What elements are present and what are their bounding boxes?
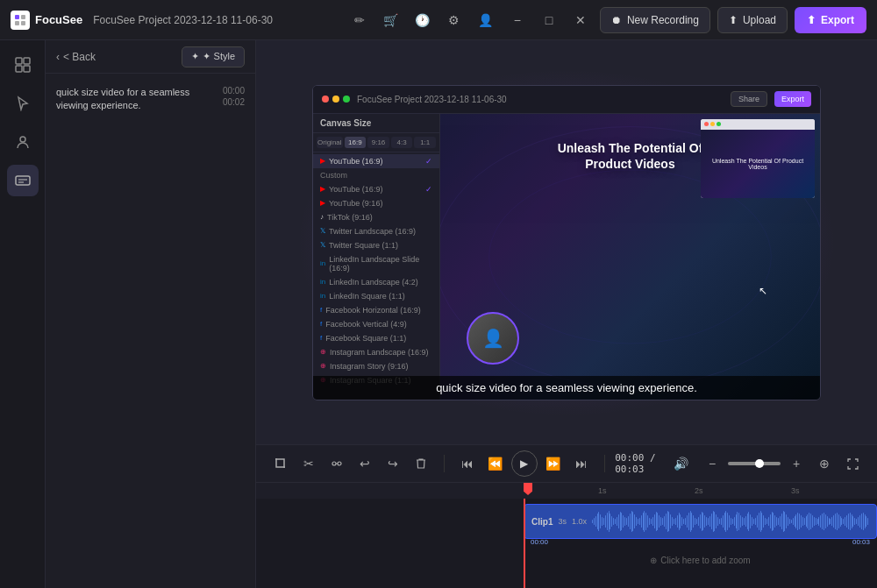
fullscreen-button[interactable] xyxy=(840,451,865,476)
restore-btn[interactable]: □ xyxy=(537,8,561,32)
svg-rect-5 xyxy=(24,58,30,64)
center-area: FocuSee Project 2023-12-18 11-06-30 Shar… xyxy=(256,40,877,588)
track-body: Clip1 3s 1.0x 00:00 00:03 ⊕ Click here t… xyxy=(524,499,877,588)
top-bar: FocuSee FocuSee Project 2023-12-18 11-06… xyxy=(0,0,877,40)
skip-back-button[interactable]: ⏮ xyxy=(455,451,480,476)
sidebar-tool-cursor[interactable] xyxy=(7,88,39,119)
settings-icon-btn[interactable]: ⚙ xyxy=(442,8,467,32)
sidebar-tool-grid[interactable] xyxy=(7,49,39,81)
canvas-item-tt[interactable]: ♪TikTok (9:16) xyxy=(313,210,439,224)
timeline-area: 1s 2s 3s Clip1 3s 1.0x xyxy=(256,483,877,588)
ratio-tab-original[interactable]: Original xyxy=(317,137,343,148)
canvas-item-li3[interactable]: inLinkedIn Square (1:1) xyxy=(313,289,439,303)
redo-button[interactable]: ↪ xyxy=(381,451,405,476)
svg-rect-4 xyxy=(16,58,22,64)
plus-circle-icon: ⊕ xyxy=(819,457,830,471)
skip-forward-button[interactable]: ⏭ xyxy=(569,451,594,476)
canvas-size-panel: Canvas Size Original 16:9 9:16 4:3 1:1 xyxy=(313,114,440,400)
play-pause-button[interactable]: ▶ xyxy=(511,450,538,477)
product-video-title: Unleash The Potential Of Product Videos xyxy=(543,140,718,172)
back-button[interactable]: ‹ < Back xyxy=(56,51,96,63)
crop-tool-button[interactable] xyxy=(268,451,293,476)
new-recording-button[interactable]: ⏺ New Recording xyxy=(600,7,710,33)
traffic-lights xyxy=(322,96,350,103)
add-zoom-track-button[interactable]: ⊕ Click here to add zoom xyxy=(650,556,750,565)
time-display: 00:00 / 00:03 xyxy=(615,452,661,475)
plus-icon: ⊕ xyxy=(650,556,657,565)
time-separator: / xyxy=(650,452,656,464)
cursor-indicator: ↖ xyxy=(759,285,767,297)
canvas-item-tw1[interactable]: 𝕏Twitter Landscape (16:9) xyxy=(313,224,439,238)
inner-caption-text: quick size video for a seamless viewing … xyxy=(436,381,697,394)
traffic-light-green xyxy=(343,96,350,103)
ruler-tick-2s: 2s xyxy=(695,486,703,495)
captions-list: quick size video for a seamless viewing … xyxy=(46,74,255,588)
zoom-in-button[interactable]: + xyxy=(784,451,809,476)
sidebar-tool-caption[interactable] xyxy=(7,165,39,196)
controls-divider xyxy=(444,455,445,472)
style-button[interactable]: ✦ ✦ Style xyxy=(182,46,245,67)
inner-topbar: FocuSee Project 2023-12-18 11-06-30 Shar… xyxy=(313,86,820,114)
back-icon: ‹ xyxy=(56,51,60,63)
canvas-item-li1[interactable]: inLinkedIn Landscape Slide (16:9) xyxy=(313,252,439,275)
svg-rect-0 xyxy=(15,15,19,19)
canvas-item-fb2[interactable]: fFacebook Vertical (4:9) xyxy=(313,317,439,331)
add-zoom-button[interactable]: ⊕ xyxy=(812,451,837,476)
ratio-tab-1x1[interactable]: 1:1 xyxy=(414,137,436,148)
product-video-bg: Unleash The Potential Of Product Videos xyxy=(440,114,820,400)
minimize-btn[interactable]: − xyxy=(505,8,530,32)
delete-button[interactable] xyxy=(409,451,433,476)
inner-main: Canvas Size Original 16:9 9:16 4:3 1:1 xyxy=(313,114,820,400)
ruler-tick-1s: 1s xyxy=(598,486,607,495)
traffic-light-yellow xyxy=(332,96,339,103)
rewind-button[interactable]: ⏪ xyxy=(483,451,508,476)
canvas-item-yt-selected[interactable]: ▶YouTube (16:9) ✓ xyxy=(313,154,439,168)
canvas-item-fb1[interactable]: fFacebook Horizontal (16:9) xyxy=(313,303,439,317)
avatar-icon-btn[interactable]: 👤 xyxy=(474,8,498,32)
cut-tool-button[interactable]: ✂ xyxy=(296,451,321,476)
fast-forward-button[interactable]: ⏩ xyxy=(541,451,566,476)
ratio-tab-16x9[interactable]: 16:9 xyxy=(345,137,367,148)
export-label: Export xyxy=(821,14,854,26)
clock-icon-btn[interactable]: 🕐 xyxy=(410,8,435,32)
app-name: FocuSee xyxy=(35,13,82,26)
captions-panel: ‹ < Back ✦ ✦ Style quick size video for … xyxy=(46,40,256,588)
clip-block[interactable]: Clip1 3s 1.0x xyxy=(524,504,877,539)
playback-group: ⏮ ⏪ ▶ ⏩ ⏭ xyxy=(455,450,594,477)
cart-icon-btn[interactable]: 🛒 xyxy=(379,8,403,32)
canvas-item-li2[interactable]: inLinkedIn Landscape (4:2) xyxy=(313,275,439,289)
svg-point-8 xyxy=(20,137,25,142)
edit-tools-group: ✂ ↩ ↪ xyxy=(268,451,433,476)
upload-button[interactable]: ⬆ Upload xyxy=(717,7,788,33)
inner-export-button[interactable]: Export xyxy=(774,91,811,107)
ratio-tab-9x16[interactable]: 9:16 xyxy=(367,137,389,148)
export-button[interactable]: ⬆ Export xyxy=(795,7,866,33)
video-preview: FocuSee Project 2023-12-18 11-06-30 Shar… xyxy=(256,40,877,444)
waveform xyxy=(592,511,869,532)
undo-button[interactable]: ↩ xyxy=(353,451,377,476)
canvas-item-tw2[interactable]: 𝕏Twitter Square (1:1) xyxy=(313,238,439,252)
clip-time-end: 00:03 xyxy=(852,538,870,546)
inner-share-button[interactable]: Share xyxy=(731,91,767,107)
canvas-item-yt2[interactable]: ▶YouTube (16:9) ✓ xyxy=(313,182,439,196)
volume-button[interactable]: 🔊 xyxy=(668,451,693,476)
close-btn[interactable]: ✕ xyxy=(568,8,593,32)
zoom-slider[interactable] xyxy=(728,462,781,465)
canvas-custom-label: Custom xyxy=(313,168,439,182)
merge-tool-button[interactable] xyxy=(324,451,349,476)
pen-icon-btn[interactable]: ✏ xyxy=(347,8,372,32)
zoom-out-button[interactable]: − xyxy=(700,451,724,476)
zoom-track: ⊕ Click here to add zoom xyxy=(524,548,877,572)
caption-item[interactable]: quick size video for a seamless viewing … xyxy=(46,81,255,118)
track-labels xyxy=(256,499,524,588)
canvas-title: Canvas Size xyxy=(313,114,439,133)
ruler-tick-3s: 3s xyxy=(791,486,800,495)
clip-time-start: 00:00 xyxy=(531,538,548,546)
ratio-tab-4x3[interactable]: 4:3 xyxy=(391,137,413,148)
canvas-item-yt3[interactable]: ▶YouTube (9:16) xyxy=(313,196,439,210)
sidebar-tool-person[interactable] xyxy=(7,126,39,158)
canvas-item-ig2[interactable]: ⊕Instagram Story (9:16) xyxy=(313,359,439,373)
canvas-item-ig1[interactable]: ⊕Instagram Landscape (16:9) xyxy=(313,345,439,359)
canvas-item-fb3[interactable]: fFacebook Square (1:1) xyxy=(313,331,439,345)
export-icon: ⬆ xyxy=(807,14,816,26)
